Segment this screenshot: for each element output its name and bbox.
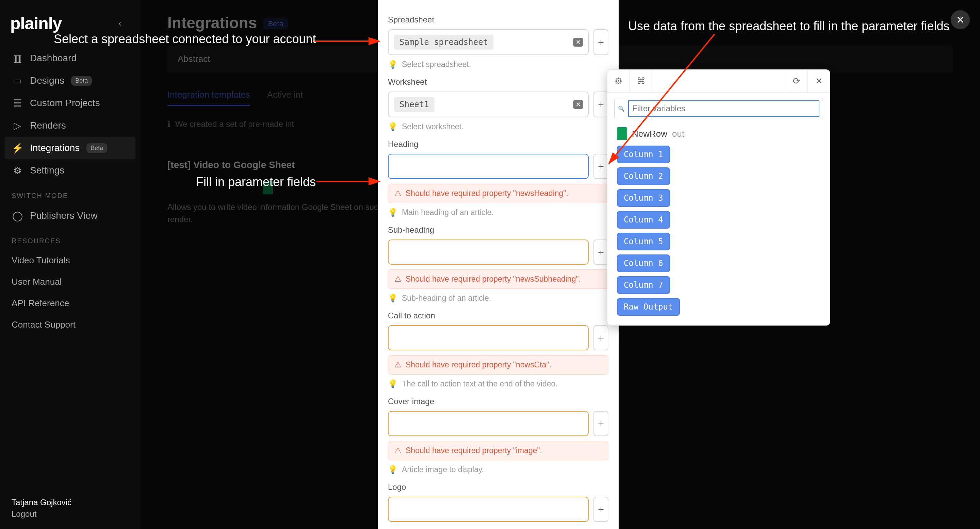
cta-input[interactable] <box>388 325 589 350</box>
chart-bar-icon: ▥ <box>11 52 23 64</box>
logout-link[interactable]: Logout <box>11 509 129 519</box>
variable-list: Column 1 Column 2 Column 3 Column 4 Colu… <box>608 146 830 325</box>
variable-chip[interactable]: Column 4 <box>617 211 670 229</box>
nav-label: Integrations <box>30 143 80 153</box>
nav-settings[interactable]: ⚙ Settings <box>0 159 140 182</box>
subheading-error: ⚠Should have required property "newsSubh… <box>388 269 608 289</box>
warning-icon: ⚠ <box>395 446 401 455</box>
cta-hint: 💡The call to action text at the end of t… <box>388 379 608 389</box>
bulb-icon: 💡 <box>388 208 398 217</box>
field-label-worksheet: Worksheet <box>388 77 608 87</box>
warning-icon: ⚠ <box>395 360 401 369</box>
spreadsheet-hint: 💡Select spreadsheet. <box>388 60 608 69</box>
variable-chip[interactable]: Column 3 <box>617 189 670 207</box>
clear-icon[interactable]: ✕ <box>573 100 583 109</box>
subheading-hint: 💡Sub-heading of an article. <box>388 294 608 303</box>
clear-icon[interactable]: ✕ <box>573 38 583 47</box>
nav-label: Renders <box>30 120 66 131</box>
bulb-icon: 💡 <box>388 60 398 69</box>
nav-user-manual[interactable]: User Manual <box>0 271 140 292</box>
logo-input[interactable] <box>388 497 589 522</box>
add-cta-button[interactable]: ＋ <box>593 325 608 350</box>
nav-label: Designs <box>30 75 64 86</box>
add-subheading-button[interactable]: ＋ <box>593 240 608 265</box>
variable-chip[interactable]: Column 5 <box>617 233 670 250</box>
annotation-1: Select a spreadsheet connected to your a… <box>54 32 316 46</box>
field-label-subheading: Sub-heading <box>388 225 608 235</box>
heading-error: ⚠Should have required property "newsHead… <box>388 184 608 203</box>
nav-publishers-view[interactable]: ◯ Publishers View <box>0 205 140 227</box>
field-label-heading: Heading <box>388 140 608 149</box>
field-label-cover: Cover image <box>388 397 608 406</box>
nav-integrations[interactable]: ⚡ Integrations Beta <box>5 137 135 159</box>
field-label-logo: Logo <box>388 482 608 492</box>
bulb-icon: 💡 <box>388 379 398 389</box>
nav-video-tutorials[interactable]: Video Tutorials <box>0 250 140 271</box>
arrow-icon <box>606 34 721 170</box>
heading-input[interactable] <box>388 154 589 179</box>
nav-designs[interactable]: ▭ Designs Beta <box>0 69 140 92</box>
warning-icon: ⚠ <box>395 189 401 198</box>
variable-chip[interactable]: Column 6 <box>617 254 670 272</box>
section-switch-mode: SWITCH MODE <box>0 182 140 205</box>
subheading-input[interactable] <box>388 240 589 265</box>
worksheet-input[interactable]: Sheet1 ✕ <box>388 92 589 118</box>
bulb-icon: 💡 <box>388 465 398 474</box>
beta-badge: Beta <box>71 76 92 86</box>
spreadsheet-chip: Sample spreadsheet <box>394 35 493 50</box>
variable-chip[interactable]: Column 7 <box>617 276 670 294</box>
globe-icon: ◯ <box>11 210 23 221</box>
close-modal-button[interactable]: ✕ <box>951 10 970 29</box>
arrow-icon <box>313 36 385 46</box>
nav-api-reference[interactable]: API Reference <box>0 292 140 314</box>
collapse-sidebar-icon[interactable]: ‹ <box>118 18 121 29</box>
annotation-3: Use data from the spreadsheet to fill in… <box>628 19 950 33</box>
beta-badge: Beta <box>86 143 107 153</box>
add-cover-button[interactable]: ＋ <box>593 411 608 436</box>
video-icon: ▷ <box>11 120 23 131</box>
sidebar-footer: Tatjana Gojković Logout <box>0 488 140 529</box>
cta-error: ⚠Should have required property "newsCta"… <box>388 355 608 375</box>
gear-icon: ⚙ <box>11 165 23 176</box>
close-icon[interactable]: ✕ <box>808 70 830 92</box>
worksheet-hint: 💡Select worksheet. <box>388 122 608 131</box>
bulb-icon: 💡 <box>388 294 398 303</box>
integration-form-panel: Spreadsheet Sample spreadsheet ✕ ＋ 💡Sele… <box>378 0 619 529</box>
nav-custom-projects[interactable]: ☰ Custom Projects <box>0 92 140 114</box>
layout-icon: ▭ <box>11 75 23 86</box>
bolt-icon: ⚡ <box>11 142 23 154</box>
username: Tatjana Gojković <box>11 498 129 507</box>
annotation-2: Fill in parameter fields <box>196 175 316 189</box>
cover-error: ⚠Should have required property "image". <box>388 441 608 460</box>
warning-icon: ⚠ <box>395 275 401 284</box>
nav-dashboard[interactable]: ▥ Dashboard <box>0 47 140 69</box>
refresh-icon[interactable]: ⟳ <box>785 70 808 92</box>
nav-label: Settings <box>30 165 64 176</box>
spreadsheet-input[interactable]: Sample spreadsheet ✕ <box>388 29 589 55</box>
arrow-icon <box>317 176 385 186</box>
nav-renders[interactable]: ▷ Renders <box>0 114 140 137</box>
field-label-cta: Call to action <box>388 311 608 321</box>
bulb-icon: 💡 <box>388 122 398 131</box>
field-label-spreadsheet: Spreadsheet <box>388 15 608 24</box>
nav-label: Dashboard <box>30 53 76 64</box>
nav-label: Custom Projects <box>30 98 100 108</box>
cover-hint: 💡Article image to display. <box>388 465 608 474</box>
worksheet-chip: Sheet1 <box>394 97 434 112</box>
variable-chip[interactable]: Raw Output <box>617 298 680 316</box>
list-icon: ☰ <box>11 97 23 109</box>
nav-label: Publishers View <box>30 210 98 221</box>
section-resources: RESOURCES <box>0 227 140 250</box>
sidebar: plainly ‹ ▥ Dashboard ▭ Designs Beta ☰ C… <box>0 0 140 529</box>
add-logo-button[interactable]: ＋ <box>593 497 608 522</box>
cover-input[interactable] <box>388 411 589 436</box>
svg-line-2 <box>609 34 714 163</box>
heading-hint: 💡Main heading of an article. <box>388 208 608 217</box>
nav-contact-support[interactable]: Contact Support <box>0 314 140 335</box>
